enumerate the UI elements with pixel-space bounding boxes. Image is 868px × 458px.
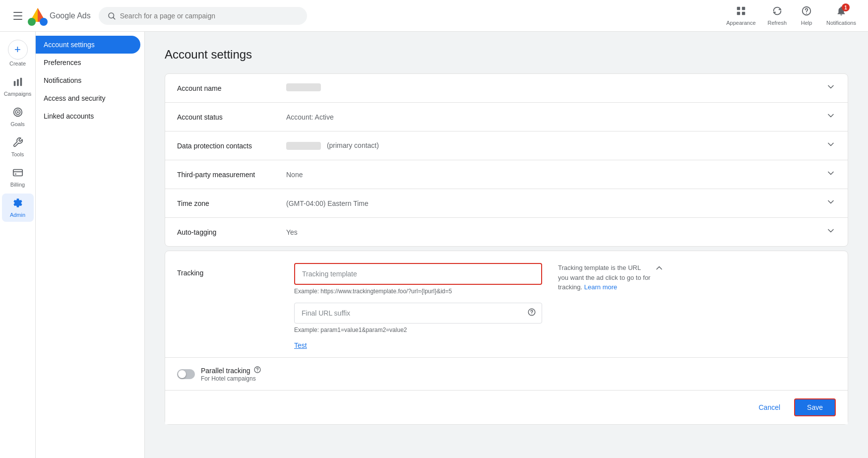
- tracking-sidebar-text: Tracking template is the URL you want th…: [558, 263, 652, 292]
- search-bar: [99, 7, 307, 25]
- notifications-label: Notifications: [826, 20, 856, 26]
- parallel-tracking-labels: Parallel tracking For Hotel campaigns: [201, 366, 261, 382]
- search-icon: [107, 11, 116, 20]
- settings-card: Account name Account status Account: Act…: [165, 73, 848, 247]
- sidebar-item-billing[interactable]: Billing: [2, 163, 34, 192]
- svg-rect-12: [13, 81, 15, 86]
- billing-label: Billing: [10, 182, 25, 188]
- svg-rect-7: [742, 7, 745, 10]
- timezone-value: (GMT-04:00) Eastern Time: [286, 199, 826, 207]
- parallel-tracking-row: Parallel tracking For Hotel campaigns: [165, 357, 848, 390]
- save-button[interactable]: Save: [794, 398, 836, 416]
- svg-point-3: [40, 18, 48, 26]
- svg-point-11: [806, 13, 807, 14]
- campaigns-label: Campaigns: [4, 91, 32, 97]
- cancel-button[interactable]: Cancel: [750, 399, 788, 415]
- account-name-blurred: [286, 83, 321, 91]
- goals-label: Goals: [10, 121, 25, 127]
- third-party-value: None: [286, 171, 826, 179]
- parallel-tracking-toggle[interactable]: [177, 369, 195, 379]
- form-footer: Cancel Save: [165, 390, 848, 424]
- admin-icon: [12, 197, 23, 211]
- svg-rect-9: [742, 12, 745, 15]
- parallel-tracking-help-icon[interactable]: [253, 366, 261, 375]
- learn-more-link[interactable]: Learn more: [584, 283, 617, 291]
- tracking-template-example: Example: https://www.trackingtemplate.fo…: [294, 288, 542, 295]
- logo-text: Google Ads: [50, 11, 91, 20]
- nav-access-security[interactable]: Access and security: [36, 89, 140, 107]
- admin-label: Admin: [10, 212, 25, 218]
- parallel-tracking-help: For Hotel campaigns: [201, 375, 261, 382]
- notifications-icon: 1: [836, 5, 847, 19]
- test-link[interactable]: Test: [294, 341, 307, 349]
- third-party-row[interactable]: Third-party measurement None: [165, 160, 848, 189]
- tracking-collapse-icon[interactable]: [654, 263, 664, 275]
- sidebar-item-admin[interactable]: Admin: [2, 194, 34, 222]
- account-status-chevron: [826, 111, 836, 123]
- final-url-input[interactable]: [294, 303, 542, 324]
- sidebar-strip: + Create Campaigns Goals Tools: [0, 32, 36, 458]
- auto-tagging-row[interactable]: Auto-tagging Yes: [165, 218, 848, 246]
- page-title: Account settings: [165, 48, 848, 62]
- auto-tagging-value: Yes: [286, 228, 826, 236]
- svg-point-23: [531, 314, 532, 315]
- help-icon: [801, 5, 812, 19]
- svg-rect-13: [17, 79, 19, 86]
- tracking-template-input[interactable]: [294, 263, 542, 285]
- account-status-label: Account status: [177, 113, 286, 121]
- sidebar-item-goals[interactable]: Goals: [2, 103, 34, 131]
- google-ads-logo[interactable]: Google Ads: [28, 6, 91, 26]
- parallel-label-wrap: Parallel tracking: [201, 366, 261, 375]
- final-url-help-icon[interactable]: [527, 308, 536, 319]
- appearance-button[interactable]: Appearance: [722, 3, 759, 28]
- tracking-inputs: Example: https://www.trackingtemplate.fo…: [294, 263, 542, 349]
- nav-preferences[interactable]: Preferences: [36, 54, 140, 71]
- nav-notifications[interactable]: Notifications: [36, 71, 140, 89]
- nav-linked-accounts[interactable]: Linked accounts: [36, 107, 140, 125]
- third-party-chevron: [826, 168, 836, 181]
- svg-rect-6: [737, 7, 740, 10]
- svg-line-5: [113, 17, 115, 19]
- nav-account-settings[interactable]: Account settings: [36, 36, 140, 54]
- tools-label: Tools: [11, 151, 24, 157]
- tracking-section: Tracking Example: https://www.trackingte…: [165, 251, 848, 425]
- campaigns-icon: [12, 76, 23, 90]
- data-protection-label: Data protection contacts: [177, 142, 286, 150]
- tracking-title: Tracking: [177, 263, 286, 277]
- sidebar-item-create[interactable]: + Create: [2, 36, 34, 70]
- data-protection-value: (primary contact): [286, 141, 826, 150]
- nav-actions: Appearance Refresh Help: [722, 3, 860, 28]
- data-protection-row[interactable]: Data protection contacts (primary contac…: [165, 131, 848, 160]
- refresh-icon: [772, 5, 783, 19]
- top-nav: Google Ads Appearance: [0, 0, 868, 32]
- hamburger-menu[interactable]: [8, 6, 28, 26]
- search-input[interactable]: [120, 12, 299, 20]
- timezone-row[interactable]: Time zone (GMT-04:00) Eastern Time: [165, 189, 848, 218]
- sidebar-item-campaigns[interactable]: Campaigns: [2, 72, 34, 101]
- timezone-chevron: [826, 197, 836, 209]
- refresh-label: Refresh: [768, 20, 787, 26]
- account-status-row[interactable]: Account status Account: Active: [165, 103, 848, 131]
- appearance-label: Appearance: [726, 20, 755, 26]
- account-name-chevron: [826, 82, 836, 94]
- final-url-example: Example: param1=value1&param2=value2: [294, 327, 542, 333]
- help-button[interactable]: Help: [795, 3, 818, 28]
- account-name-label: Account name: [177, 84, 286, 92]
- svg-point-17: [17, 111, 19, 113]
- notification-badge: 1: [842, 3, 850, 11]
- main-content: Account settings Account name Account st…: [145, 32, 868, 458]
- svg-rect-18: [13, 170, 22, 176]
- refresh-button[interactable]: Refresh: [764, 3, 791, 28]
- account-name-value: [286, 83, 826, 93]
- account-name-row[interactable]: Account name: [165, 74, 848, 103]
- auto-tagging-label: Auto-tagging: [177, 228, 286, 236]
- final-url-wrap: [294, 303, 542, 324]
- svg-rect-8: [737, 12, 740, 15]
- sidebar-item-tools[interactable]: Tools: [2, 133, 34, 161]
- data-protection-blurred: [286, 142, 321, 150]
- svg-rect-14: [20, 78, 22, 86]
- parallel-tracking-label: Parallel tracking: [201, 367, 250, 375]
- notifications-button[interactable]: 1 Notifications: [822, 3, 860, 28]
- account-status-value: Account: Active: [286, 113, 826, 121]
- create-button-icon: +: [8, 40, 28, 60]
